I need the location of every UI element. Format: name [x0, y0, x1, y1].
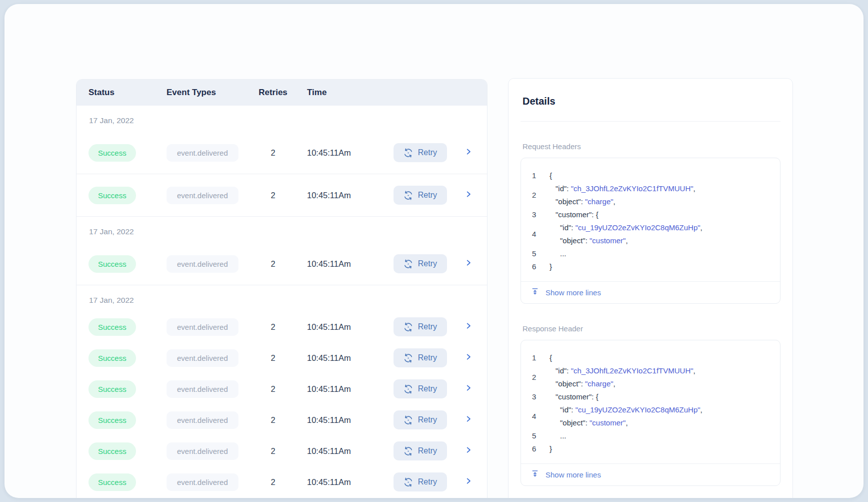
code-section-label: Request Headers	[522, 142, 778, 151]
date-group-rows: Success event.delivered 2 10:45:11Am Ret…	[76, 132, 487, 217]
line-number: 4	[532, 221, 541, 247]
retry-icon	[404, 259, 413, 269]
status-badge: Success	[88, 255, 136, 273]
event-row[interactable]: Success event.delivered 2 10:45:11Am Ret…	[76, 373, 487, 404]
date-group-label: 17 Jan, 2022	[76, 106, 487, 132]
row-expand-control[interactable]	[465, 353, 472, 362]
code-line: {	[550, 169, 771, 182]
line-number: 4	[532, 403, 541, 429]
retry-button-label: Retry	[418, 191, 437, 200]
retry-button[interactable]: Retry	[394, 441, 447, 460]
line-number: 1	[532, 169, 541, 182]
retry-button[interactable]: Retry	[394, 254, 447, 273]
chevron-right-icon	[465, 191, 472, 200]
event-row[interactable]: Success event.delivered 2 10:45:11Am Ret…	[76, 243, 487, 285]
event-date-group: 17 Jan, 2022 Success event.delivered 2 1…	[76, 285, 487, 497]
code-row: 1 {	[532, 169, 771, 182]
status-badge: Success	[88, 380, 136, 398]
retry-icon	[404, 148, 413, 158]
time-value: 10:45:11Am	[288, 191, 394, 200]
unfold-more-icon	[531, 469, 539, 480]
retry-button[interactable]: Retry	[394, 317, 447, 336]
status-badge: Success	[88, 144, 136, 162]
row-expand-control[interactable]	[465, 322, 472, 331]
code-row: 2 "id": "ch_3JOhfL2eZvKYIo2C1fTVMUUH","o…	[532, 364, 771, 390]
chevron-right-icon	[465, 148, 472, 157]
code-row: 6 }	[532, 260, 771, 273]
code-line: "customer": {	[550, 208, 771, 221]
row-expand-control[interactable]	[465, 477, 472, 486]
event-type-pill: event.delivered	[166, 473, 238, 491]
details-panel: Details Request Headers 1 { 2 "id": "ch_…	[508, 78, 793, 498]
chevron-right-icon	[465, 477, 472, 486]
retry-button-label: Retry	[418, 148, 437, 157]
retry-button[interactable]: Retry	[394, 472, 447, 491]
code-line: "id": "ch_3JOhfL2eZvKYIo2C1fTVMUUH",	[550, 182, 771, 195]
show-more-lines-button[interactable]: Show more lines	[521, 281, 780, 303]
table-header-row: Status Event Types Retries Time	[76, 80, 487, 106]
chevron-right-icon	[465, 353, 472, 362]
code-line: }	[550, 260, 771, 273]
line-number: 3	[532, 208, 541, 221]
time-value: 10:45:11Am	[288, 322, 394, 332]
event-row[interactable]: Success event.delivered 2 10:45:11Am Ret…	[76, 311, 487, 342]
retries-value: 2	[258, 415, 288, 425]
chevron-right-icon	[465, 384, 472, 393]
row-expand-control[interactable]	[465, 384, 472, 393]
column-header-status: Status	[88, 88, 166, 98]
code-line: "id": "ch_3JOhfL2eZvKYIo2C1fTVMUUH",	[550, 364, 771, 377]
retry-button-label: Retry	[418, 477, 437, 486]
row-expand-control[interactable]	[465, 148, 472, 157]
show-more-lines-label: Show more lines	[546, 470, 601, 479]
retry-icon	[404, 415, 413, 425]
event-row[interactable]: Success event.delivered 2 10:45:11Am Ret…	[76, 466, 487, 497]
retry-icon	[404, 384, 413, 394]
event-row[interactable]: Success event.delivered 2 10:45:11Am Ret…	[76, 342, 487, 373]
row-expand-control[interactable]	[465, 415, 472, 424]
row-expand-control[interactable]	[465, 191, 472, 200]
status-badge: Success	[88, 473, 136, 491]
retry-button-label: Retry	[418, 384, 437, 393]
retry-button[interactable]: Retry	[394, 348, 447, 367]
column-header-event-types: Event Types	[166, 88, 258, 98]
code-block: 1 { 2 "id": "ch_3JOhfL2eZvKYIo2C1fTVMUUH…	[521, 340, 780, 463]
time-value: 10:45:11Am	[288, 477, 394, 487]
event-row[interactable]: Success event.delivered 2 10:45:11Am Ret…	[76, 435, 487, 466]
time-value: 10:45:11Am	[288, 353, 394, 363]
retry-icon	[404, 446, 413, 456]
date-group-rows: Success event.delivered 2 10:45:11Am Ret…	[76, 243, 487, 285]
code-line: {	[550, 351, 771, 364]
row-expand-control[interactable]	[465, 259, 472, 268]
retries-value: 2	[258, 446, 288, 456]
status-badge: Success	[88, 318, 136, 336]
retry-icon	[404, 191, 413, 200]
retry-button[interactable]: Retry	[394, 143, 447, 162]
line-number: 6	[532, 260, 541, 273]
row-expand-control[interactable]	[465, 446, 472, 455]
status-badge: Success	[88, 349, 136, 367]
code-section-label: Response Header	[522, 324, 778, 333]
event-date-group: 17 Jan, 2022 Success event.delivered 2 1…	[76, 217, 487, 285]
event-type-pill: event.delivered	[166, 442, 238, 460]
time-value: 10:45:11Am	[288, 259, 394, 269]
line-number: 2	[532, 364, 541, 390]
event-row[interactable]: Success event.delivered 2 10:45:11Am Ret…	[76, 132, 487, 174]
code-block: 1 { 2 "id": "ch_3JOhfL2eZvKYIo2C1fTVMUUH…	[521, 158, 780, 281]
retry-button[interactable]: Retry	[394, 410, 447, 429]
event-row[interactable]: Success event.delivered 2 10:45:11Am Ret…	[76, 404, 487, 435]
retry-button-label: Retry	[418, 415, 437, 424]
retry-button[interactable]: Retry	[394, 379, 447, 398]
line-number: 5	[532, 247, 541, 260]
code-card: 1 { 2 "id": "ch_3JOhfL2eZvKYIo2C1fTVMUUH…	[520, 340, 780, 486]
show-more-lines-button[interactable]: Show more lines	[521, 463, 780, 485]
retry-button-label: Retry	[418, 353, 437, 362]
event-row[interactable]: Success event.delivered 2 10:45:11Am Ret…	[76, 174, 487, 216]
code-row: 5 ...	[532, 429, 771, 442]
chevron-right-icon	[465, 322, 472, 331]
code-line: ...	[550, 429, 771, 442]
date-group-rows: Success event.delivered 2 10:45:11Am Ret…	[76, 311, 487, 497]
line-number: 1	[532, 351, 541, 364]
time-value: 10:45:11Am	[288, 415, 394, 425]
retry-button[interactable]: Retry	[394, 186, 447, 205]
status-badge: Success	[88, 442, 136, 460]
